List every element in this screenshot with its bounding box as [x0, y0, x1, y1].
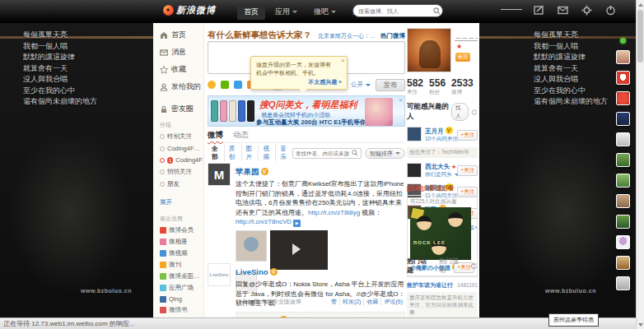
app-item-qing[interactable]: Qing	[160, 295, 203, 303]
topic-description[interactable]: 重庆某医院急救直升机引发关注，官方回应称将调查此事	[407, 292, 478, 317]
emoticon-icon[interactable]	[208, 81, 216, 89]
refresh-icon[interactable]	[471, 109, 478, 116]
group-item-coding4f-1[interactable]: Coding4F…	[160, 145, 203, 152]
app-item-kan[interactable]: 微刊	[160, 261, 203, 269]
tab-hot-topics[interactable]: 热门话题	[407, 257, 432, 275]
find-people-button[interactable]: 找人	[451, 103, 469, 121]
avatar[interactable]: LiveSino	[208, 263, 231, 286]
tab-weibo[interactable]: 微博	[208, 130, 223, 142]
filter-all[interactable]: 全部	[208, 145, 225, 161]
strip-thumbnail-photo[interactable]	[616, 194, 630, 208]
refresh-icon[interactable]	[470, 262, 478, 270]
search-icon[interactable]	[352, 150, 358, 156]
sidebar-item-messages[interactable]: 消息	[160, 47, 203, 58]
hot-weibo-link[interactable]: 热门微博	[380, 32, 405, 40]
post-author-link[interactable]: 苹果园	[236, 167, 259, 176]
recommend-reason[interactable]: 你们是同乡	[425, 171, 454, 178]
power-icon[interactable]	[605, 5, 616, 16]
filter-video[interactable]: 视频	[259, 145, 276, 161]
ad-close-icon[interactable]: ×	[399, 96, 403, 104]
stat-followers[interactable]: 556粉丝	[429, 77, 446, 96]
tab-activity[interactable]: 动态	[233, 130, 249, 142]
person-name-link[interactable]: 王月月V	[425, 127, 454, 136]
app-item-album[interactable]: 微相册	[160, 238, 203, 246]
groups-expand-link[interactable]: 展开	[160, 198, 172, 206]
follow-button[interactable]: +关注	[457, 130, 478, 141]
strip-thumbnail-badge[interactable]	[616, 91, 630, 105]
activity-title[interactable]: 火影迷必看	[423, 184, 455, 192]
scroll-down-arrow-icon[interactable]	[638, 323, 643, 327]
feed-search-input[interactable]	[296, 151, 352, 156]
topic-link[interactable]: 救护车该为谁让行	[407, 281, 455, 290]
app-item-vip[interactable]: 微博会员	[160, 226, 203, 234]
visibility-dropdown[interactable]: 公开	[351, 81, 371, 89]
group-item-quiet-follow[interactable]: 悄悄关注	[160, 168, 203, 176]
group-item-special[interactable]: 特别关注	[160, 132, 203, 141]
ad-banner[interactable]: 搜Q问美女，看明星福利 就是最会玩转手机的小活动 参与互动赢大奖 200台 HT…	[208, 95, 405, 127]
filter-original[interactable]: 原创	[225, 145, 242, 161]
avatar[interactable]: M	[208, 163, 231, 186]
strip-thumbnail-shoe[interactable]	[616, 132, 630, 146]
activity-image[interactable]: ROCK LEE	[410, 207, 471, 260]
browser-scrollbar[interactable]	[636, 0, 644, 329]
strip-thumbnail-scenery[interactable]	[616, 174, 630, 188]
nav-search-input[interactable]	[358, 8, 433, 14]
tab-hot-activities[interactable]: 热门活动	[439, 257, 464, 275]
post-author-link[interactable]: LiveSino	[236, 267, 268, 276]
filter-image[interactable]: 图片	[242, 145, 259, 161]
strip-thumbnail-dog[interactable]	[616, 256, 630, 270]
person-name-link[interactable]: 西北大头 ★	[425, 163, 454, 171]
profile-name[interactable]: ＿＿＿＿Lin	[455, 31, 478, 41]
profile-avatar[interactable]	[407, 28, 451, 72]
app-item-video[interactable]: 微视频	[160, 249, 203, 257]
stat-following[interactable]: 582关注	[407, 77, 423, 96]
post-image-thumbnail[interactable]	[236, 230, 267, 262]
avatar[interactable]	[407, 127, 422, 141]
tooltip-action-link[interactable]: 不太感兴趣 »	[256, 78, 342, 86]
smart-sort-button[interactable]: 智能排序	[365, 148, 405, 159]
feed-search-box[interactable]	[292, 148, 362, 159]
strip-thumbnail-clothes[interactable]	[616, 112, 630, 126]
tooltip-close-icon[interactable]: ×	[341, 57, 345, 64]
weibo-logo[interactable]: 新浪微博	[163, 4, 216, 16]
nav-search-box[interactable]	[352, 4, 443, 17]
compose-icon[interactable]	[534, 5, 544, 16]
strip-thumbnail-avatar[interactable]	[616, 235, 630, 249]
app-item-loveletter[interactable]: 微情书	[160, 306, 203, 314]
scrollbar-thumb[interactable]	[637, 10, 643, 63]
filter-music[interactable]: 音乐	[276, 145, 292, 161]
sidebar-item-favorites[interactable]: 收藏	[160, 64, 203, 75]
sidebar-item-sent-to-me[interactable]: 发给我的	[160, 81, 203, 92]
strip-thumbnail-photo[interactable]	[616, 50, 630, 64]
gear-icon[interactable]	[581, 5, 592, 16]
strip-thumbnail-weibo[interactable]	[616, 71, 630, 85]
follow-button[interactable]: +关注	[457, 165, 478, 176]
nav-item-apps[interactable]: 应用	[268, 4, 304, 20]
recommend-reason[interactable]: 10个共同关注	[425, 136, 454, 143]
nav-item-home[interactable]: 首页	[237, 4, 265, 20]
nav-item-weiba[interactable]: 微吧	[307, 4, 343, 20]
scroll-up-arrow-icon[interactable]	[638, 3, 643, 7]
strip-thumbnail-scenery[interactable]	[616, 215, 630, 229]
post-link[interactable]: http://t.cn/zT8ncVD	[236, 218, 292, 225]
group-item-friends[interactable]: 朋友	[160, 180, 203, 188]
app-item-app-square[interactable]: 应用广场	[160, 284, 203, 292]
image-icon[interactable]	[221, 81, 229, 89]
mail-icon[interactable]	[558, 5, 568, 16]
vip-badge[interactable]: 会员	[455, 53, 470, 62]
sidebar-item-close-friends[interactable]: 密友圈	[160, 104, 203, 114]
strip-thumbnail-scenery[interactable]	[616, 153, 630, 167]
app-item-desktop[interactable]: 微博桌面…	[160, 272, 203, 280]
video-icon[interactable]	[234, 81, 242, 89]
stat-posts[interactable]: 2533微博	[451, 77, 474, 96]
video-play-icon[interactable]: ▶	[293, 220, 301, 227]
search-icon[interactable]	[433, 7, 441, 15]
announcement-link[interactable]: 北京暴雨万众一心：凝聚灾难中自强不息精神的力量	[318, 32, 377, 40]
recommend-note[interactable]: 他也关注了：TechWeb等	[407, 147, 478, 158]
publish-button[interactable]: 发布	[376, 79, 405, 91]
strip-thumbnail-more[interactable]	[616, 276, 630, 290]
group-item-coding4f-2[interactable]: 1Coding4F…	[160, 156, 203, 164]
sidebar-item-home[interactable]: 首页	[160, 30, 203, 40]
avatar[interactable]	[407, 163, 422, 178]
post-link[interactable]: http://t.cn/zT8i8yg	[308, 209, 360, 216]
